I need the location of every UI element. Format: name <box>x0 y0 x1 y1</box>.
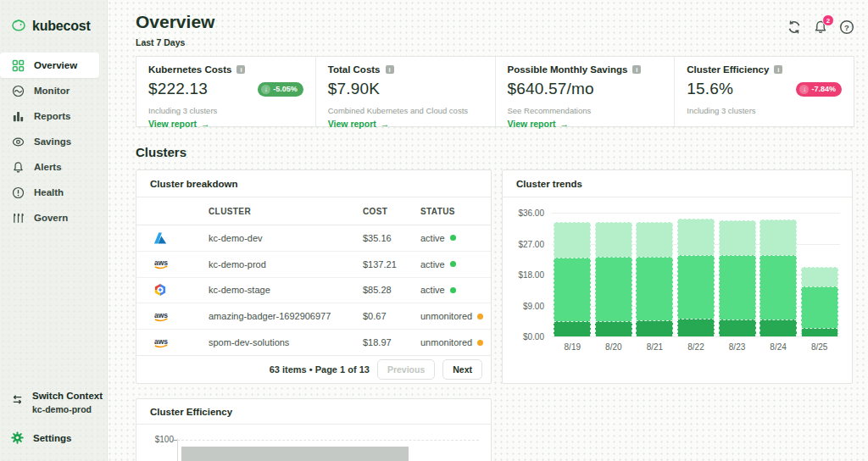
stat-card-subtitle: Combined Kubernetes and Cloud costs <box>328 106 483 115</box>
bell-icon <box>12 161 25 174</box>
efficiency-bar <box>181 447 409 461</box>
next-page-button[interactable]: Next <box>442 359 482 380</box>
arrow-down-icon: ↓ <box>799 85 809 94</box>
table-footer: 63 items • Page 1 of 13 Previous Next <box>136 355 491 383</box>
cluster-name: kc-demo-stage <box>209 285 363 295</box>
segment-light <box>719 220 756 256</box>
table-row[interactable]: awsspom-dev-solutions$18.97unmonitored <box>136 330 491 355</box>
table-row[interactable]: kc-demo-stage$85.28active <box>136 278 491 304</box>
gauge-icon <box>12 85 25 97</box>
sidebar-item-monitor[interactable]: Monitor <box>0 78 99 103</box>
stat-card-title: Kubernetes Costs <box>148 64 231 75</box>
segment-dark <box>760 319 797 336</box>
segment-medium <box>554 258 591 321</box>
view-report-link[interactable]: View report→ <box>148 119 210 129</box>
date-range-label: Last 7 Days <box>136 37 214 47</box>
stat-card-kubernetes-costs: Kubernetes Costsi$222.13↓-5.05%Including… <box>136 57 316 126</box>
x-axis-tick-label: 8/23 <box>719 342 756 352</box>
efficiency-ytick-label: $100 <box>148 435 174 444</box>
y-axis-tick-label: $18.00 <box>518 270 544 280</box>
stacked-bar-8-25 <box>801 267 838 336</box>
health-icon <box>12 186 25 199</box>
settings-label: Settings <box>33 433 71 443</box>
segment-dark <box>554 321 591 336</box>
stat-card-value: $7.90K <box>328 80 380 98</box>
cluster-breakdown-title: Cluster breakdown <box>136 170 491 197</box>
sidebar-item-overview[interactable]: Overview <box>0 53 99 78</box>
segment-light <box>554 222 591 258</box>
info-icon[interactable]: i <box>632 65 641 74</box>
y-axis-tick-label: $9.00 <box>523 301 544 310</box>
cluster-name: amazing-badger-1692906977 <box>209 311 363 321</box>
topbar: Overview Last 7 Days <box>136 12 854 47</box>
help-icon[interactable]: ? <box>839 19 854 35</box>
status-badge: active <box>420 285 491 295</box>
kubecost-logo[interactable]: kubecost <box>0 0 107 36</box>
status-badge: unmonitored <box>420 337 491 347</box>
sidebar-item-savings[interactable]: Savings <box>0 129 99 154</box>
info-icon[interactable]: i <box>386 65 394 74</box>
cluster-name: kc-demo-dev <box>209 233 363 243</box>
segment-dark <box>677 319 715 336</box>
segment-medium <box>760 255 797 319</box>
aws-logo-icon: aws <box>136 336 209 349</box>
view-report-link[interactable]: View report→ <box>328 119 390 129</box>
sidebar-item-label: Health <box>34 187 64 197</box>
stat-card-value: $640.57/mo <box>508 80 594 98</box>
sidebar-item-reports[interactable]: Reports <box>0 103 99 129</box>
notifications-bell-icon[interactable]: 2 <box>813 19 828 35</box>
switch-context-button[interactable]: Switch Context kc-demo-prod <box>0 391 107 414</box>
view-report-link[interactable]: View report→ <box>508 119 570 129</box>
info-icon[interactable]: i <box>236 65 245 74</box>
stat-card-cluster-efficiency: Cluster Efficiencyi15.6%↓-7.84%Including… <box>675 57 854 126</box>
segment-light <box>760 219 797 255</box>
svg-text:aws: aws <box>154 258 168 267</box>
arrow-down-icon: ↓ <box>261 85 270 94</box>
table-row[interactable]: awskc-demo-prod$137.21active <box>136 252 491 278</box>
refresh-icon[interactable] <box>787 19 802 35</box>
cluster-trends-card: Cluster trends $36.00$27.00$18.00$9.00$0… <box>502 169 853 384</box>
switch-arrows-icon <box>11 393 24 406</box>
gcp-logo-icon <box>136 283 209 297</box>
table-row[interactable]: kc-demo-dev$35.16active <box>136 225 491 252</box>
segment-light <box>636 222 673 257</box>
info-icon[interactable]: i <box>774 65 782 74</box>
stat-card-title: Possible Monthly Savings <box>508 64 628 75</box>
settings-button[interactable]: Settings <box>0 431 107 444</box>
status-badge: unmonitored <box>420 311 491 321</box>
sidebar-item-alerts[interactable]: Alerts <box>0 154 99 180</box>
cluster-trends-chart: $36.00$27.00$18.00$9.00$0.00 8/198/208/2… <box>503 197 852 352</box>
status-dot-icon <box>450 235 456 241</box>
segment-medium <box>595 257 632 320</box>
pagination-summary: 63 items • Page 1 of 13 <box>270 364 370 375</box>
sidebar-item-label: Overview <box>34 60 77 70</box>
cluster-efficiency-chart: $100 <box>136 425 491 461</box>
piggy-bank-icon <box>12 136 25 148</box>
cluster-name: spom-dev-solutions <box>209 337 363 347</box>
table-row[interactable]: awsamazing-badger-1692906977$0.67unmonit… <box>136 303 491 330</box>
status-dot-icon <box>477 314 483 319</box>
arrow-right-icon: → <box>381 119 390 129</box>
column-status: STATUS <box>420 207 491 216</box>
efficiency-y-axis <box>177 439 178 461</box>
page-title: Overview <box>136 12 214 32</box>
efficiency-gridline <box>177 440 479 441</box>
segment-medium <box>801 286 838 328</box>
segment-dark <box>636 320 673 336</box>
x-axis-tick-label: 8/21 <box>636 342 673 352</box>
cluster-cost: $0.67 <box>363 311 420 321</box>
sidebar-item-govern[interactable]: Govern <box>0 205 99 230</box>
azure-logo-icon <box>136 231 209 245</box>
app-window: kubecost OverviewMonitorReportsSavingsAl… <box>0 0 868 461</box>
stat-card-title: Cluster Efficiency <box>687 64 769 75</box>
stacked-bar-8-23 <box>719 220 756 336</box>
cluster-efficiency-card: Cluster Efficiency $100 <box>136 398 492 461</box>
segment-light <box>677 219 715 255</box>
aws-logo-icon: aws <box>136 258 209 270</box>
sidebar-item-label: Alerts <box>34 162 62 172</box>
cluster-breakdown-card: Cluster breakdown CLUSTER COST STATUS kc… <box>136 169 492 384</box>
svg-text:?: ? <box>844 23 849 32</box>
cluster-cost: $85.28 <box>363 285 420 295</box>
sidebar-item-health[interactable]: Health <box>0 180 99 205</box>
previous-page-button[interactable]: Previous <box>377 359 435 380</box>
